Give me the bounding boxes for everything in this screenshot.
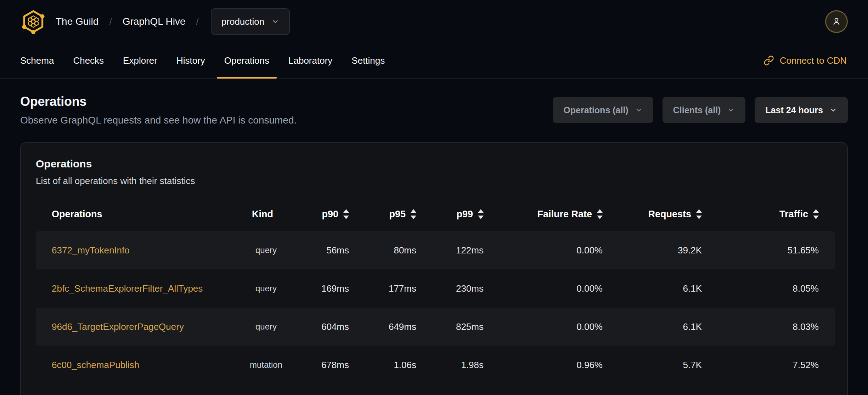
target-selector-button[interactable]: production [211, 8, 290, 35]
tab-history[interactable]: History [167, 43, 215, 78]
cell-operation: 6c00_schemaPublish [36, 346, 234, 384]
card-title: Operations [36, 158, 832, 170]
card-subtitle: List of all operations with their statis… [36, 176, 832, 187]
breadcrumb: The Guild / GraphQL Hive / production [56, 8, 290, 35]
column-header-requests[interactable]: Requests [619, 197, 718, 231]
cell-failure-rate: 0.00% [500, 231, 619, 269]
column-label: Traffic [779, 209, 808, 220]
chevron-down-icon [829, 106, 837, 114]
nav-tabs: SchemaChecksExplorerHistoryOperationsLab… [11, 43, 394, 78]
cell-p99: 1.98s [433, 346, 500, 384]
filter-clients-all[interactable]: Clients (all) [663, 97, 746, 123]
cell-operation: 6372_myTokenInfo [36, 231, 234, 269]
column-header-p90[interactable]: p90 [298, 197, 365, 231]
sort-arrows-icon [343, 209, 349, 219]
cell-failure-rate: 0.00% [500, 308, 619, 346]
column-label: Requests [648, 209, 691, 220]
table-row: 6372_myTokenInfoquery56ms80ms122ms0.00%3… [36, 231, 835, 269]
column-label: p95 [389, 209, 406, 220]
table-header-row: OperationsKindp90p95p99Failure RateReque… [36, 197, 835, 231]
table-body: 6372_myTokenInfoquery56ms80ms122ms0.00%3… [36, 231, 835, 384]
operation-link[interactable]: 96d6_TargetExplorerPageQuery [52, 321, 184, 332]
link-icon [763, 55, 774, 66]
operation-link[interactable]: 2bfc_SchemaExplorerFilter_AllTypes [52, 283, 203, 294]
cell-p95: 177ms [365, 269, 433, 308]
cell-p95: 80ms [365, 231, 433, 269]
cell-kind: query [234, 269, 298, 308]
cell-traffic: 51.65% [718, 231, 835, 269]
chevron-down-icon [727, 106, 735, 114]
top-bar: The Guild / GraphQL Hive / production [0, 0, 868, 43]
breadcrumb-separator: / [196, 16, 199, 27]
column-label: Failure Rate [537, 209, 592, 220]
page-header-text: Operations Observe GraphQL requests and … [20, 94, 297, 126]
guild-logo[interactable] [20, 8, 46, 35]
cell-requests: 5.7K [619, 346, 718, 384]
page-title: Operations [20, 94, 297, 109]
sort-arrows-icon [597, 209, 603, 219]
main-content: Operations Observe GraphQL requests and … [0, 94, 868, 395]
cell-kind: mutation [234, 346, 298, 384]
cell-p99: 230ms [433, 269, 500, 308]
column-label: Kind [252, 209, 273, 220]
column-label: p99 [456, 209, 473, 220]
chevron-down-icon [271, 18, 279, 25]
connect-to-cdn-link[interactable]: Connect to CDN [763, 43, 857, 78]
nav-spacer [394, 43, 763, 78]
column-header-failure-rate[interactable]: Failure Rate [500, 197, 619, 231]
sort-arrows-icon [696, 209, 702, 219]
cell-operation: 2bfc_SchemaExplorerFilter_AllTypes [36, 269, 234, 308]
filter-label: Clients (all) [673, 105, 721, 115]
project-nav: SchemaChecksExplorerHistoryOperationsLab… [0, 43, 868, 79]
cell-failure-rate: 0.00% [500, 269, 619, 308]
table-row: 96d6_TargetExplorerPageQueryquery604ms64… [36, 308, 835, 346]
breadcrumb-project[interactable]: GraphQL Hive [123, 16, 186, 27]
cell-kind: query [234, 231, 298, 269]
tab-operations[interactable]: Operations [215, 43, 279, 78]
operation-link[interactable]: 6c00_schemaPublish [52, 360, 139, 370]
cell-p90: 604ms [298, 308, 365, 346]
cell-kind: query [234, 308, 298, 346]
breadcrumb-org[interactable]: The Guild [56, 16, 98, 27]
column-header-kind: Kind [234, 197, 298, 231]
filter-operations-all[interactable]: Operations (all) [553, 97, 653, 123]
tab-settings[interactable]: Settings [342, 43, 394, 78]
column-label: p90 [322, 209, 338, 220]
tab-laboratory[interactable]: Laboratory [279, 43, 342, 78]
user-avatar-button[interactable] [825, 10, 848, 33]
column-header-operations: Operations [36, 197, 234, 231]
guild-honeycomb-icon [20, 8, 46, 35]
cell-traffic: 8.03% [718, 308, 835, 346]
cell-requests: 6.1K [619, 269, 718, 308]
cell-p99: 825ms [433, 308, 500, 346]
cell-p95: 1.06s [365, 346, 433, 384]
connect-to-cdn-label: Connect to CDN [780, 55, 847, 66]
filter-group: Operations (all)Clients (all)Last 24 hou… [553, 97, 848, 123]
tab-schema[interactable]: Schema [11, 43, 63, 78]
page-subtitle: Observe GraphQL requests and see how the… [20, 115, 297, 126]
sort-arrows-icon [411, 209, 416, 219]
cell-p99: 122ms [433, 231, 500, 269]
column-header-traffic[interactable]: Traffic [718, 197, 835, 231]
operations-table: OperationsKindp90p95p99Failure RateReque… [36, 197, 835, 384]
breadcrumb-separator: / [109, 16, 112, 27]
cell-requests: 6.1K [619, 308, 718, 346]
filter-last-24-hours[interactable]: Last 24 hours [755, 97, 848, 123]
cell-operation: 96d6_TargetExplorerPageQuery [36, 308, 234, 346]
page-header: Operations Observe GraphQL requests and … [20, 94, 848, 126]
table-row: 2bfc_SchemaExplorerFilter_AllTypesquery1… [36, 269, 835, 308]
column-label: Operations [52, 209, 102, 220]
user-icon [831, 16, 842, 27]
chevron-down-icon [635, 106, 643, 114]
column-header-p99[interactable]: p99 [433, 197, 500, 231]
column-header-p95[interactable]: p95 [365, 197, 433, 231]
cell-requests: 39.2K [619, 231, 718, 269]
tab-checks[interactable]: Checks [63, 43, 113, 78]
filter-label: Operations (all) [563, 105, 628, 115]
cell-traffic: 7.52% [718, 346, 835, 384]
table-row: 6c00_schemaPublishmutation678ms1.06s1.98… [36, 346, 835, 384]
tab-explorer[interactable]: Explorer [113, 43, 167, 78]
sort-arrows-icon [478, 209, 484, 219]
operations-card: Operations List of all operations with t… [20, 142, 848, 395]
operation-link[interactable]: 6372_myTokenInfo [52, 245, 130, 256]
